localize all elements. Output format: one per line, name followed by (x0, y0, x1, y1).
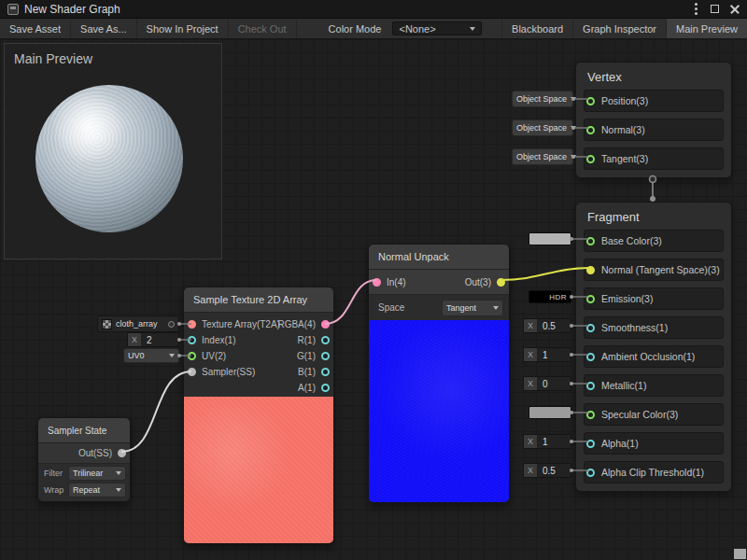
save-as-button[interactable]: Save As... (71, 19, 137, 38)
index-port[interactable] (188, 336, 196, 344)
position-space-dropdown[interactable]: Object Space (512, 91, 573, 107)
tangent-space-dropdown[interactable]: Object Space (512, 148, 573, 165)
toolbar: Save Asset Save As... Show In Project Ch… (0, 19, 747, 39)
x-component-label: X (524, 464, 537, 477)
position-port[interactable] (586, 97, 595, 105)
sampler-port[interactable] (188, 368, 196, 376)
r-port-label: R(1) (298, 335, 316, 345)
fragment-row-ambient-occlusion[interactable]: Ambient Occlusion(1) (584, 345, 724, 368)
sampler-state-title[interactable]: Sampler State (38, 418, 130, 443)
smoothness-port[interactable] (586, 324, 595, 332)
a-port[interactable] (321, 384, 330, 392)
blackboard-button[interactable]: Blackboard (501, 19, 572, 38)
metallic-field[interactable]: X 0 (523, 376, 571, 391)
smoothness-field[interactable]: X 0.5 (523, 318, 571, 333)
fragment-row-metallic[interactable]: Metallic(1) (584, 374, 724, 397)
base-color-label: Base Color(3) (601, 235, 662, 246)
emission-port[interactable] (586, 295, 595, 303)
out-ss-label: Out(SS) (78, 448, 112, 458)
ambient-occlusion-field[interactable]: X 1 (523, 347, 571, 362)
vertex-row-position[interactable]: Position(3) (584, 90, 724, 112)
specular-color-swatch[interactable] (529, 406, 571, 419)
index-field[interactable]: X 2 (127, 332, 179, 347)
alpha-field[interactable]: X 1 (523, 434, 571, 449)
check-out-button: Check Out (229, 19, 297, 38)
uv-channel-dropdown[interactable]: UV0 (123, 348, 179, 363)
b-port-label: B(1) (298, 367, 316, 377)
vertex-row-normal[interactable]: Normal(3) (584, 119, 724, 141)
fragment-row-smoothness[interactable]: Smoothness(1) (584, 316, 724, 339)
b-port[interactable] (321, 368, 330, 376)
save-asset-button[interactable]: Save Asset (0, 19, 71, 38)
sample-texture-2d-array-node[interactable]: Sample Texture 2D Array Texture Array(T2… (183, 287, 334, 544)
sample-texture-preview (184, 397, 333, 543)
maximize-icon[interactable] (711, 5, 719, 13)
g-port[interactable] (321, 352, 330, 360)
tangent-port-label: Tangent(3) (601, 153, 648, 164)
ambient-occlusion-port[interactable] (586, 353, 595, 361)
emission-hdr-swatch[interactable]: HDR (529, 290, 571, 303)
normal-port[interactable] (586, 126, 595, 134)
fragment-row-base-color[interactable]: Base Color(3) (584, 230, 724, 252)
dropdown-arrow-icon (493, 306, 499, 310)
base-color-port[interactable] (586, 237, 595, 245)
alpha-clip-field[interactable]: X 0.5 (523, 463, 571, 478)
vertex-block[interactable]: Vertex Position(3) Normal(3) Tangent(3) (575, 62, 732, 178)
window-controls (693, 5, 740, 14)
fragment-block-title: Fragment (576, 203, 731, 230)
index-value: 2 (141, 333, 178, 346)
index-port-label: Index(1) (202, 335, 236, 345)
fragment-row-specular-color[interactable]: Specular Color(3) (584, 403, 724, 426)
metallic-port[interactable] (586, 382, 595, 390)
smoothness-value: 0.5 (537, 319, 571, 332)
wrap-dropdown[interactable]: Repeat (68, 483, 126, 497)
fragment-row-normal-tangent[interactable]: Normal (Tangent Space)(3) (584, 259, 724, 281)
fragment-row-alpha[interactable]: Alpha(1) (584, 432, 724, 455)
dropdown-arrow-icon (470, 27, 475, 31)
normal-space-dropdown[interactable]: Object Space (512, 119, 573, 136)
a-output-row: A(1) (298, 380, 330, 396)
vertex-row-tangent[interactable]: Tangent(3) (584, 147, 724, 170)
color-mode-dropdown[interactable]: <None> (392, 21, 482, 35)
emission-label: Emission(3) (601, 293, 653, 304)
out3-cell: Out(3) (465, 277, 505, 287)
filter-dropdown[interactable]: Trilinear (68, 466, 126, 481)
r-port[interactable] (321, 336, 330, 344)
kebab-menu-icon[interactable] (695, 7, 698, 10)
sample-node-title[interactable]: Sample Texture 2D Array (184, 287, 333, 313)
space-dropdown[interactable]: Tangent (442, 300, 503, 316)
tangent-port[interactable] (586, 155, 595, 163)
close-icon[interactable] (730, 5, 740, 14)
fragment-row-alpha-clip[interactable]: Alpha Clip Threshold(1) (584, 461, 724, 483)
resize-corner[interactable] (734, 549, 746, 559)
fragment-row-emission[interactable]: Emission(3) (584, 287, 724, 310)
x-component-label: X (524, 319, 537, 332)
normal-unpack-preview (369, 320, 509, 502)
graph-inspector-button[interactable]: Graph Inspector (572, 19, 666, 38)
alpha-clip-port[interactable] (586, 469, 595, 477)
index-input-row: Index(1) (188, 332, 236, 348)
out-ss-port[interactable] (118, 449, 126, 457)
object-picker-icon[interactable] (168, 321, 175, 328)
base-color-swatch[interactable] (529, 232, 571, 245)
show-in-project-button[interactable]: Show In Project (137, 19, 229, 38)
texture-array-port[interactable] (188, 320, 196, 329)
normal-tangent-port[interactable] (586, 266, 595, 274)
normal-unpack-node[interactable]: Normal Unpack In(4) Out(3) Space Tangent (368, 244, 510, 503)
cloth-array-object-field[interactable]: cloth_array (97, 315, 179, 332)
uv-port[interactable] (188, 352, 196, 360)
specular-color-port[interactable] (586, 411, 595, 419)
main-preview-button[interactable]: Main Preview (666, 19, 747, 38)
rgba-port[interactable] (321, 320, 330, 329)
out3-port[interactable] (497, 278, 505, 287)
normal-unpack-title[interactable]: Normal Unpack (369, 245, 509, 270)
sampler-state-node[interactable]: Sampler State Out(SS) Filter Trilinear W… (37, 417, 131, 502)
shader-graph-asset-icon (7, 4, 19, 15)
texture-array-port-label: Texture Array(T2A) (202, 319, 280, 329)
in4-port[interactable] (373, 278, 381, 287)
metallic-label: Metallic(1) (601, 380, 646, 391)
fragment-block[interactable]: Fragment Base Color(3) Normal (Tangent S… (575, 202, 732, 492)
alpha-port[interactable] (586, 440, 595, 448)
r-output-row: R(1) (298, 332, 330, 348)
main-preview-panel[interactable]: Main Preview (4, 43, 222, 259)
